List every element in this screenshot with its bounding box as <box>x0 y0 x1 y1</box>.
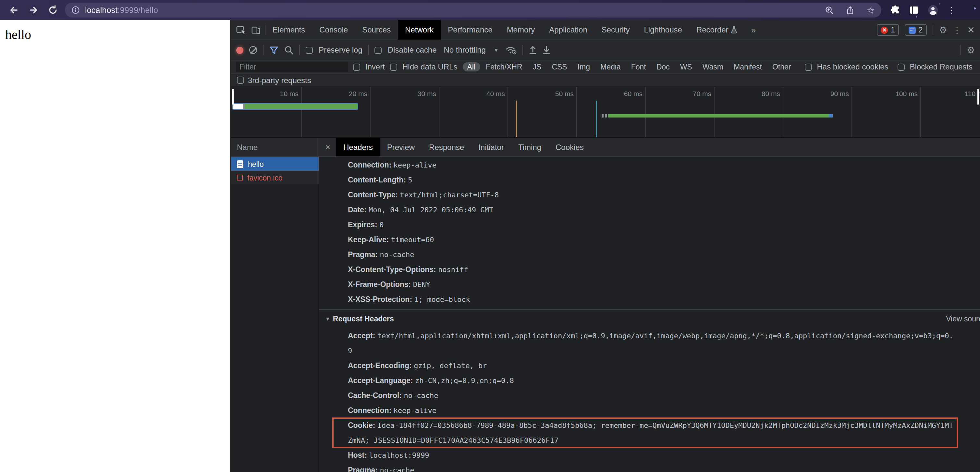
search-icon[interactable] <box>284 45 293 54</box>
error-badge[interactable]: ✕ 1 <box>877 24 899 36</box>
has-blocked-cookies-label[interactable]: Has blocked cookies <box>817 62 888 72</box>
profile-avatar[interactable] <box>928 5 938 15</box>
header-name: Pragma: <box>348 466 378 472</box>
details-tab[interactable]: Preview <box>380 138 422 156</box>
devtools-tab[interactable]: Elements <box>266 20 312 40</box>
disable-cache-label[interactable]: Disable cache <box>388 45 437 54</box>
inspect-element-icon[interactable] <box>236 25 247 35</box>
request-type-chip[interactable]: Fetch/XHR <box>481 62 527 72</box>
devtools-tab[interactable]: Lighthouse <box>637 20 689 40</box>
details-tab[interactable]: Initiator <box>471 138 511 156</box>
disable-cache-checkbox[interactable] <box>375 46 382 54</box>
timeline-gridline <box>783 87 783 137</box>
network-conditions-icon[interactable] <box>506 45 517 54</box>
devtools-tab[interactable]: Recorder <box>689 20 745 40</box>
header-line: X-Content-Type-Options: nosniff <box>319 262 980 277</box>
reload-icon[interactable] <box>47 4 59 16</box>
request-type-chip[interactable]: Wasm <box>698 62 728 72</box>
request-type-chip[interactable]: WS <box>676 62 697 72</box>
devtools-menu-kebab-icon[interactable]: ⋮ <box>953 26 961 34</box>
record-button[interactable] <box>236 46 243 54</box>
third-party-label[interactable]: 3rd-party requests <box>248 76 311 85</box>
extensions-puzzle-icon[interactable] <box>891 5 900 15</box>
devtools-tab[interactable]: Security <box>595 20 637 40</box>
invert-checkbox[interactable] <box>353 63 360 70</box>
share-icon[interactable] <box>846 5 855 14</box>
filter-funnel-icon[interactable] <box>269 46 278 54</box>
import-har-icon[interactable] <box>543 45 551 54</box>
request-type-chip[interactable]: CSS <box>547 62 571 72</box>
details-close-icon[interactable]: × <box>319 142 336 152</box>
preserve-log-label[interactable]: Preserve log <box>319 45 363 54</box>
url-bar[interactable]: localhost:9999/hello ☆ <box>65 3 881 18</box>
devtools-close-icon[interactable]: ✕ <box>967 25 975 35</box>
section-title[interactable]: Request Headers <box>333 315 394 323</box>
zoom-icon[interactable] <box>825 5 834 14</box>
preserve-log-checkbox[interactable] <box>306 46 313 54</box>
blocked-requests-label[interactable]: Blocked Requests <box>910 62 972 72</box>
devtools-tab[interactable]: Memory <box>500 20 542 40</box>
view-source-link[interactable]: View source <box>946 312 980 326</box>
filter-input[interactable] <box>236 62 348 72</box>
request-type-chip[interactable]: Media <box>596 62 625 72</box>
clear-icon[interactable] <box>249 46 257 54</box>
header-name: Accept: <box>348 332 375 340</box>
details-tab[interactable]: Response <box>422 138 471 156</box>
request-type-chip[interactable]: JS <box>528 62 546 72</box>
waterfall-bar-favicon[interactable] <box>601 114 833 118</box>
site-info-icon[interactable] <box>72 6 80 14</box>
more-tabs-chevrons[interactable]: » <box>745 25 762 35</box>
details-tab[interactable]: Timing <box>511 138 549 156</box>
export-har-icon[interactable] <box>529 45 537 54</box>
overview-right-handle[interactable] <box>977 89 979 105</box>
header-line: Pragma: no-cache <box>319 247 980 262</box>
request-type-chip[interactable]: All <box>462 62 480 72</box>
message-bubble-icon <box>908 26 916 33</box>
hide-data-urls-label[interactable]: Hide data URLs <box>402 62 457 72</box>
network-settings-gear-icon[interactable]: ⚙ <box>967 45 975 54</box>
request-type-chip[interactable]: Img <box>573 62 595 72</box>
network-overview-timeline[interactable]: 10 ms20 ms30 ms40 ms50 ms60 ms70 ms80 ms… <box>231 87 980 138</box>
header-value: gzip, deflate, br <box>414 362 487 370</box>
header-value: Mon, 04 Jul 2022 05:06:49 GMT <box>369 206 493 214</box>
disclosure-triangle-icon[interactable]: ▼ <box>325 312 330 327</box>
devtools-tab[interactable]: Performance <box>441 20 500 40</box>
overview-left-handle[interactable] <box>232 89 234 105</box>
throttling-select[interactable]: No throttling ▼ <box>442 45 500 54</box>
settings-gear-icon[interactable]: ⚙ <box>939 26 947 34</box>
browser-menu-kebab-icon[interactable]: ⋮ <box>948 6 956 14</box>
devtools-tab[interactable]: Network <box>398 20 441 40</box>
request-row[interactable]: favicon.ico <box>231 171 319 184</box>
forward-icon[interactable] <box>27 4 39 16</box>
response-headers-list: Connection: keep-alive Content-Length: 5 <box>319 158 980 307</box>
request-type-chip[interactable]: Other <box>768 62 796 72</box>
header-line: Accept-Language: zh-CN,zh;q=0.9,en;q=0.8 <box>319 373 980 388</box>
has-blocked-cookies-checkbox[interactable] <box>805 63 811 70</box>
issues-badge[interactable]: 2 <box>905 24 926 36</box>
blocked-requests-checkbox[interactable] <box>897 63 905 70</box>
request-type-chip[interactable]: Manifest <box>729 62 767 72</box>
details-tab[interactable]: Headers <box>336 138 380 156</box>
divider <box>960 45 961 55</box>
side-panel-icon[interactable] <box>910 6 918 14</box>
waterfall-bar-hello[interactable] <box>232 103 358 110</box>
request-type-chip[interactable]: Font <box>627 62 651 72</box>
back-icon[interactable] <box>8 4 19 16</box>
url-text: localhost:9999/hello <box>85 5 158 14</box>
device-toolbar-icon[interactable] <box>251 25 261 35</box>
header-value: 1; mode=block <box>414 295 470 304</box>
request-type-chip[interactable]: Doc <box>652 62 674 72</box>
bookmark-star-icon[interactable]: ☆ <box>867 5 875 14</box>
devtools-tab[interactable]: Sources <box>355 20 398 40</box>
name-column-header[interactable]: Name <box>231 138 319 157</box>
devtools-tab[interactable]: Console <box>312 20 355 40</box>
header-name: Expires: <box>348 221 377 228</box>
invert-label[interactable]: Invert <box>365 62 385 72</box>
request-row[interactable]: hello <box>231 157 319 171</box>
devtools-tab[interactable]: Application <box>542 20 594 40</box>
header-name: Content-Type: <box>348 191 398 199</box>
hide-data-urls-checkbox[interactable] <box>390 63 397 70</box>
third-party-checkbox[interactable] <box>237 77 244 84</box>
request-type-chips: AllFetch/XHRJSCSSImgMediaFontDocWSWasmMa… <box>462 62 795 72</box>
details-tab[interactable]: Cookies <box>549 138 591 156</box>
